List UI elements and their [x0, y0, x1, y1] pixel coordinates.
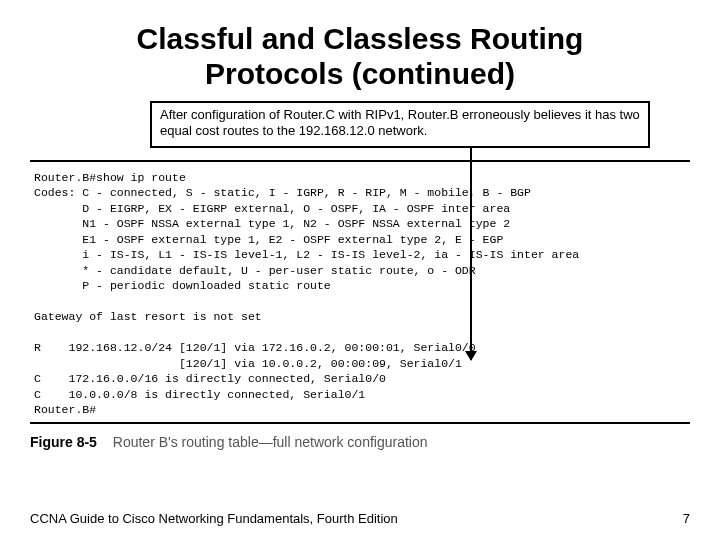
- footer-source: CCNA Guide to Cisco Networking Fundament…: [30, 511, 398, 526]
- callout-box: After configuration of Router.C with RIP…: [150, 101, 650, 148]
- slide-title: Classful and Classless Routing Protocols…: [70, 22, 650, 91]
- terminal-output: Router.B#show ip route Codes: C - connec…: [34, 170, 686, 418]
- terminal-frame: Router.B#show ip route Codes: C - connec…: [30, 160, 690, 424]
- figure-description: Router B's routing table—full network co…: [113, 434, 428, 450]
- figure-caption: Figure 8-5 Router B's routing table—full…: [30, 434, 690, 450]
- slide: Classful and Classless Routing Protocols…: [0, 0, 720, 540]
- callout-wrapper: After configuration of Router.C with RIP…: [150, 101, 650, 148]
- footer: CCNA Guide to Cisco Networking Fundament…: [30, 511, 690, 526]
- page-number: 7: [683, 511, 690, 526]
- arrow-down-icon: [470, 148, 472, 360]
- figure-number: Figure 8-5: [30, 434, 97, 450]
